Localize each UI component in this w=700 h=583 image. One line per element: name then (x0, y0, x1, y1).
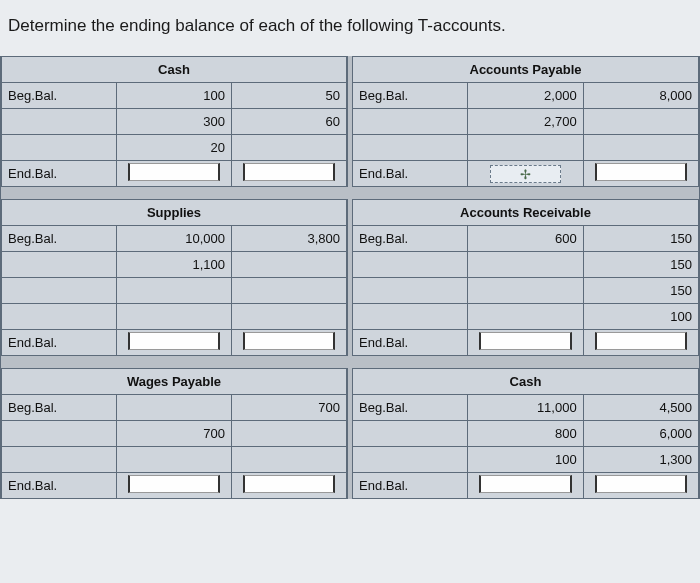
debit-cell (468, 135, 583, 161)
end-balance-label: End.Bal. (2, 473, 117, 499)
end-balance-credit (583, 330, 698, 356)
end-balance-debit-input[interactable] (479, 475, 571, 493)
end-balance-label: End.Bal. (353, 161, 468, 187)
end-balance-credit-input[interactable] (595, 163, 687, 181)
row-label (353, 278, 468, 304)
row-label (353, 304, 468, 330)
t-account-table: Accounts ReceivableBeg.Bal.6001501501501… (352, 199, 699, 356)
credit-cell: 150 (583, 278, 698, 304)
end-balance-debit-input[interactable] (128, 475, 220, 493)
credit-cell (232, 304, 347, 330)
row-label: Beg.Bal. (2, 395, 117, 421)
end-balance-label: End.Bal. (2, 161, 117, 187)
end-balance-debit-input[interactable] (128, 332, 220, 350)
t-account-table: SuppliesBeg.Bal.10,0003,8001,100End.Bal. (1, 199, 347, 356)
debit-cell (117, 395, 232, 421)
credit-cell: 150 (583, 226, 698, 252)
row-label (353, 447, 468, 473)
credit-cell: 60 (232, 109, 347, 135)
debit-cell: 10,000 (117, 226, 232, 252)
debit-cell (117, 278, 232, 304)
credit-cell (232, 447, 347, 473)
account-row: CashBeg.Bal.100503006020End.Bal.Accounts… (0, 56, 700, 187)
end-balance-credit-input[interactable] (595, 332, 687, 350)
credit-cell: 150 (583, 252, 698, 278)
t-account-table: CashBeg.Bal.11,0004,5008006,0001001,300E… (352, 368, 699, 499)
row-label (353, 135, 468, 161)
t-account-table: Wages PayableBeg.Bal.700700End.Bal. (1, 368, 347, 499)
account-title: Supplies (2, 200, 347, 226)
end-balance-debit (468, 473, 583, 499)
plus-icon[interactable]: ✢ (490, 165, 562, 183)
t-account-table: Accounts PayableBeg.Bal.2,0008,0002,700E… (352, 56, 699, 187)
row-label: Beg.Bal. (2, 83, 117, 109)
t-account-left: Wages PayableBeg.Bal.700700End.Bal. (0, 368, 348, 499)
account-row: SuppliesBeg.Bal.10,0003,8001,100End.Bal.… (0, 199, 700, 356)
question-text: Determine the ending balance of each of … (0, 0, 700, 56)
row-spacer (0, 356, 700, 368)
t-account-left: CashBeg.Bal.100503006020End.Bal. (0, 56, 348, 187)
end-balance-debit (468, 330, 583, 356)
end-balance-credit-input[interactable] (595, 475, 687, 493)
credit-cell: 3,800 (232, 226, 347, 252)
credit-cell (232, 135, 347, 161)
row-label (353, 421, 468, 447)
page: Determine the ending balance of each of … (0, 0, 700, 583)
row-label (2, 109, 117, 135)
credit-cell: 4,500 (583, 395, 698, 421)
end-balance-debit (117, 161, 232, 187)
credit-cell (232, 252, 347, 278)
t-account-right: CashBeg.Bal.11,0004,5008006,0001001,300E… (352, 368, 700, 499)
account-title: Accounts Receivable (353, 200, 699, 226)
debit-cell: 300 (117, 109, 232, 135)
end-balance-credit (583, 161, 698, 187)
t-account-right: Accounts ReceivableBeg.Bal.6001501501501… (352, 199, 700, 356)
debit-cell: 1,100 (117, 252, 232, 278)
end-balance-credit-input[interactable] (243, 163, 335, 181)
end-balance-debit (117, 330, 232, 356)
row-label (2, 278, 117, 304)
row-label (353, 252, 468, 278)
row-label: Beg.Bal. (353, 395, 468, 421)
credit-cell: 6,000 (583, 421, 698, 447)
end-balance-credit-input[interactable] (243, 332, 335, 350)
end-balance-label: End.Bal. (2, 330, 117, 356)
row-label: Beg.Bal. (2, 226, 117, 252)
credit-cell (232, 421, 347, 447)
end-balance-credit (232, 330, 347, 356)
debit-cell: 700 (117, 421, 232, 447)
debit-cell: 2,700 (468, 109, 583, 135)
row-spacer (0, 187, 700, 199)
account-title: Cash (2, 57, 347, 83)
end-balance-credit (583, 473, 698, 499)
row-label (2, 447, 117, 473)
debit-cell: 100 (117, 83, 232, 109)
row-label (2, 421, 117, 447)
row-label: Beg.Bal. (353, 83, 468, 109)
t-account-left: SuppliesBeg.Bal.10,0003,8001,100End.Bal. (0, 199, 348, 356)
credit-cell (583, 109, 698, 135)
row-label (2, 304, 117, 330)
end-balance-debit: ✢ (468, 161, 583, 187)
end-balance-debit-input[interactable] (128, 163, 220, 181)
account-title: Wages Payable (2, 369, 347, 395)
debit-cell: 20 (117, 135, 232, 161)
end-balance-credit-input[interactable] (243, 475, 335, 493)
t-account-table: CashBeg.Bal.100503006020End.Bal. (1, 56, 347, 187)
end-balance-debit-input[interactable] (479, 332, 571, 350)
account-title: Cash (353, 369, 699, 395)
credit-cell: 50 (232, 83, 347, 109)
end-balance-debit (117, 473, 232, 499)
end-balance-label: End.Bal. (353, 330, 468, 356)
debit-cell (468, 252, 583, 278)
row-label (353, 109, 468, 135)
debit-cell: 11,000 (468, 395, 583, 421)
account-title: Accounts Payable (353, 57, 699, 83)
credit-cell: 700 (232, 395, 347, 421)
debit-cell: 800 (468, 421, 583, 447)
debit-cell (468, 304, 583, 330)
debit-cell: 600 (468, 226, 583, 252)
end-balance-credit (232, 473, 347, 499)
credit-cell (583, 135, 698, 161)
end-balance-label: End.Bal. (353, 473, 468, 499)
